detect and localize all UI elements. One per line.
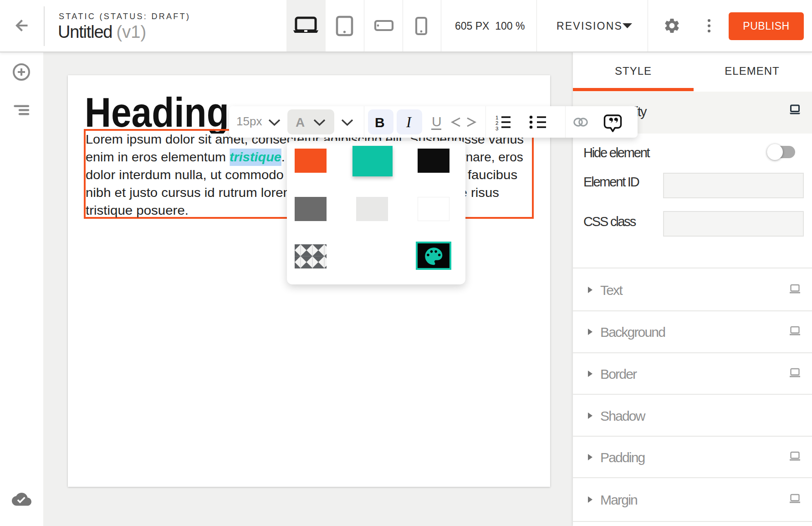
svg-text:I: I	[406, 114, 412, 130]
svg-text:2: 2	[495, 120, 498, 126]
svg-text:1: 1	[495, 115, 498, 120]
svg-text:U: U	[432, 114, 442, 129]
svg-text:3: 3	[495, 126, 498, 131]
svg-text:A: A	[296, 115, 305, 129]
svg-text:B: B	[375, 115, 385, 130]
